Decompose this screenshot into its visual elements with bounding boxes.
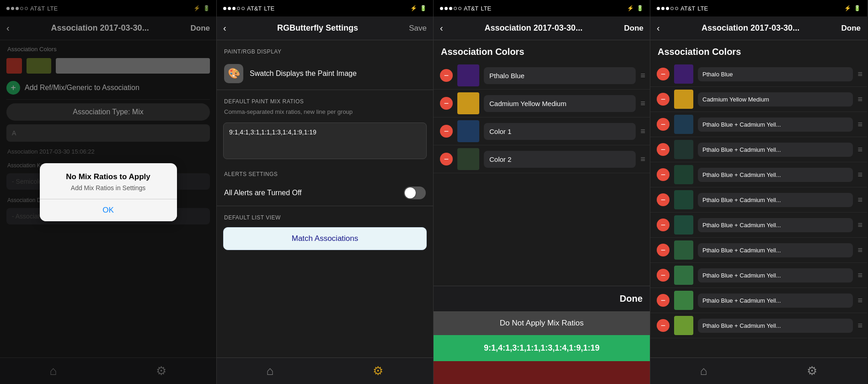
s4-remove-3[interactable]: − (657, 118, 670, 131)
s4-remove-1[interactable]: − (657, 68, 670, 80)
s4-remove-11[interactable]: − (657, 319, 670, 332)
color-name-1[interactable]: Pthalo Blue (484, 67, 636, 84)
s4-remove-2[interactable]: − (657, 93, 670, 106)
s4-name-9[interactable]: Pthalo Blue + Cadmium Yell... (698, 268, 853, 283)
carrier-4: AT&T (680, 5, 695, 12)
color-name-2[interactable]: Cadmium Yellow Medium (484, 95, 636, 112)
status-bar-left-2: AT&T LTE (223, 5, 274, 12)
s4-remove-8[interactable]: − (657, 244, 670, 256)
s4-reorder-3[interactable]: ≡ (857, 120, 863, 129)
s4-color-item-9: − Pthalo Blue + Cadmium Yell... ≡ (650, 263, 867, 288)
back-button-4[interactable]: ‹ (657, 23, 660, 33)
s4-swatch-7[interactable] (674, 215, 693, 235)
tab-bar-4: ⌂ ⚙ (650, 357, 867, 384)
s2-dot2 (228, 7, 231, 10)
dialog-title: No Mix Ratios to Apply (40, 163, 177, 184)
do-not-apply-label: Do Not Apply Mix Ratios (500, 319, 584, 327)
nav-bar-4: ‹ Association 2017-03-30... Done (650, 16, 867, 40)
s4-reorder-1[interactable]: ≡ (857, 69, 863, 79)
swatch-display-row[interactable]: 🎨 Swatch Displays the Paint Image (217, 58, 433, 90)
s4-name-2[interactable]: Cadmium Yellow Medium (698, 92, 853, 107)
dialog-ok-button[interactable]: OK (40, 199, 177, 221)
s4-color-item-5: − Pthalo Blue + Cadmium Yell... ≡ (650, 162, 867, 187)
s4-name-5[interactable]: Pthalo Blue + Cadmium Yell... (698, 168, 853, 182)
s4-reorder-11[interactable]: ≡ (857, 321, 863, 331)
s2-dot5 (241, 7, 245, 10)
s4-name-6[interactable]: Pthalo Blue + Cadmium Yell... (698, 193, 853, 207)
color-name-4[interactable]: Color 2 (484, 151, 636, 168)
mix-ratio-btn-3[interactable]: 9:1,4:1,3:1,1:1,1:3,1:4,1:9,1:19 (434, 335, 650, 361)
network-2: LTE (264, 5, 274, 12)
s4-name-3[interactable]: Pthalo Blue + Cadmium Yell... (698, 117, 853, 132)
s4-remove-9[interactable]: − (657, 269, 670, 282)
reorder-icon-2[interactable]: ≡ (640, 99, 645, 108)
save-button-2[interactable]: Save (409, 24, 427, 33)
reorder-icon-1[interactable]: ≡ (640, 71, 645, 80)
network-4: LTE (697, 5, 708, 12)
s4-swatch-9[interactable] (674, 266, 693, 285)
remove-btn-2[interactable]: − (440, 97, 453, 110)
done-button-3[interactable]: Done (624, 24, 644, 33)
s4-swatch-1[interactable] (674, 64, 693, 84)
s4-remove-4[interactable]: − (657, 143, 670, 156)
s2-dot4 (237, 7, 240, 10)
s4-remove-5[interactable]: − (657, 168, 670, 181)
color-swatch-4[interactable] (457, 148, 479, 170)
status-bar-4: AT&T LTE 3:11 PM ⚡ 🔋 (650, 0, 867, 16)
s4-reorder-5[interactable]: ≡ (857, 170, 863, 180)
color-name-3[interactable]: Color 1 (484, 123, 636, 140)
s4-name-7[interactable]: Pthalo Blue + Cadmium Yell... (698, 218, 853, 232)
color-swatch-2[interactable] (457, 92, 479, 114)
settings-tab-2[interactable]: ⚙ (373, 364, 383, 378)
s4-remove-6[interactable]: − (657, 193, 670, 206)
s4-dot2 (661, 7, 664, 10)
alerts-toggle[interactable] (404, 187, 426, 199)
s4-reorder-2[interactable]: ≡ (857, 95, 863, 104)
s4-reorder-10[interactable]: ≡ (857, 296, 863, 305)
s4-swatch-8[interactable] (674, 240, 693, 260)
color-swatch-3[interactable] (457, 120, 479, 142)
s4-reorder-6[interactable]: ≡ (857, 195, 863, 205)
remove-btn-4[interactable]: − (440, 153, 453, 165)
s4-swatch-6[interactable] (674, 190, 693, 209)
remove-btn-1[interactable]: − (440, 69, 453, 82)
s4-name-1[interactable]: Pthalo Blue (698, 67, 853, 81)
reorder-icon-3[interactable]: ≡ (640, 127, 645, 136)
s4-dot4 (670, 7, 674, 10)
back-button-2[interactable]: ‹ (223, 23, 226, 33)
s4-name-8[interactable]: Pthalo Blue + Cadmium Yell... (698, 243, 853, 257)
s4-reorder-7[interactable]: ≡ (857, 220, 863, 230)
s4-swatch-5[interactable] (674, 165, 693, 184)
done-button-4[interactable]: Done (841, 24, 861, 33)
settings-tab-4[interactable]: ⚙ (807, 364, 817, 378)
s3-dot2 (445, 7, 448, 10)
s4-name-4[interactable]: Pthalo Blue + Cadmium Yell... (698, 143, 853, 157)
home-tab-4[interactable]: ⌂ (700, 364, 707, 378)
s4-reorder-9[interactable]: ≡ (857, 271, 863, 280)
done-label-3[interactable]: Done (434, 286, 650, 311)
s4-reorder-8[interactable]: ≡ (857, 245, 863, 255)
do-not-apply-btn[interactable]: Do Not Apply Mix Ratios (434, 311, 650, 335)
s4-swatch-11[interactable] (674, 316, 693, 335)
s4-swatch-4[interactable] (674, 140, 693, 159)
palette-icon-box: 🎨 (224, 64, 243, 83)
remove-btn-3[interactable]: − (440, 125, 453, 138)
s4-remove-10[interactable]: − (657, 294, 670, 307)
s4-color-item-2: − Cadmium Yellow Medium ≡ (650, 87, 867, 112)
home-tab-2[interactable]: ⌂ (267, 364, 274, 378)
carrier-3: AT&T (464, 5, 478, 12)
s4-reorder-4[interactable]: ≡ (857, 145, 863, 155)
back-button-3[interactable]: ‹ (440, 23, 443, 33)
nav-bar-2: ‹ RGButterfly Settings Save (217, 16, 433, 40)
s4-swatch-3[interactable] (674, 115, 693, 134)
mix-ratios-textarea[interactable]: 9:1,4:1,3:1,1:1,1:3,1:4,1:9,1:19 (223, 123, 427, 159)
color-swatch-1[interactable] (457, 64, 479, 86)
s4-name-10[interactable]: Pthalo Blue + Cadmium Yell... (698, 293, 853, 308)
reorder-icon-4[interactable]: ≡ (640, 155, 645, 164)
s4-color-item-8: − Pthalo Blue + Cadmium Yell... ≡ (650, 238, 867, 263)
match-associations-button[interactable]: Match Associations (223, 227, 427, 250)
s4-name-11[interactable]: Pthalo Blue + Cadmium Yell... (698, 319, 853, 333)
s4-remove-7[interactable]: − (657, 219, 670, 231)
s4-swatch-10[interactable] (674, 291, 693, 310)
s4-swatch-2[interactable] (674, 90, 693, 109)
